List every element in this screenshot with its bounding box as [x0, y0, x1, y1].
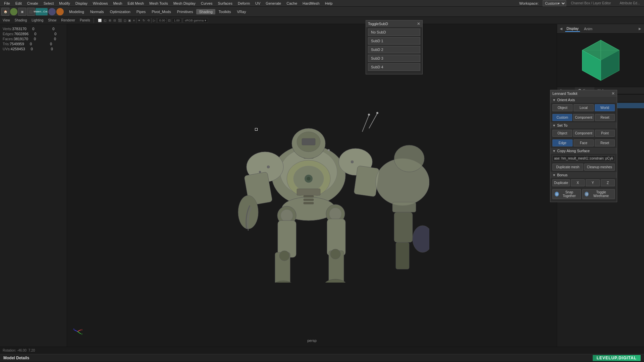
menu-mesh-display[interactable]: Mesh Display [171, 0, 198, 7]
vt-panels[interactable]: Panels [78, 18, 92, 22]
vt-icon3[interactable]: ⊞ [108, 18, 112, 22]
cb-tab-display[interactable]: Display [565, 26, 580, 32]
menu-edit[interactable]: Edit [13, 0, 24, 7]
viewport-content[interactable] [67, 24, 557, 347]
subd-4-btn[interactable]: SubD 4 [368, 63, 420, 71]
svg-line-49 [77, 331, 81, 334]
shelf-tab-normals[interactable]: Normals [88, 9, 107, 14]
svg-point-30 [376, 112, 378, 114]
bonus-x-btn[interactable]: X [571, 179, 585, 186]
vt-icon6[interactable]: ◻ [123, 18, 127, 22]
menu-mesh[interactable]: Mesh [110, 0, 125, 7]
shelf-tab-pivotmods[interactable]: Pivot_Mods [149, 9, 173, 14]
vt-icon4[interactable]: ⊟ [113, 18, 117, 22]
material-icon[interactable]: Materi...Col... [36, 8, 48, 15]
setto-component-btn[interactable]: Component [573, 130, 594, 137]
vt-icon8[interactable]: ≡ [132, 18, 136, 22]
lennard-header[interactable]: Lennard Toolkit ✕ [550, 90, 617, 97]
setto-object-btn[interactable]: Object [552, 130, 572, 137]
setto-face-btn[interactable]: Face [574, 139, 594, 146]
copy-along-header[interactable]: ▼ Copy Along Surface [550, 148, 617, 154]
orient-object-btn[interactable]: Object [552, 104, 573, 111]
viewport[interactable]: persp X Y Z [67, 24, 557, 347]
menu-uv[interactable]: UV [253, 0, 263, 7]
lennard-panel: Lennard Toolkit ✕ ▼ Orient Axis Object L… [550, 90, 617, 202]
menu-windows[interactable]: Windows [90, 0, 111, 7]
icon-a[interactable]: ▣ [18, 8, 26, 16]
vt-icon12[interactable]: ▷ [152, 18, 156, 22]
vt-icon1[interactable]: ⬜ [97, 18, 102, 22]
toggle-wireframe-btn[interactable]: ⊡ Toggle Wireframe [582, 189, 615, 199]
shelf-tab-optimization[interactable]: Optimization [107, 9, 133, 14]
shelf-tab-vray[interactable]: VRay [234, 9, 249, 14]
menu-mesh-tools[interactable]: Mesh Tools [147, 0, 170, 7]
vt-icon11[interactable]: ⟲ [147, 18, 151, 22]
vt-show[interactable]: Show [47, 18, 58, 22]
toggle-subd-header[interactable]: ToggleSubD ✕ [366, 20, 422, 27]
duplicate-mesh-btn[interactable]: Duplicate mesh [552, 164, 583, 171]
vt-lighting[interactable]: Lighting [30, 18, 45, 22]
subd-3-btn[interactable]: SubD 3 [368, 55, 420, 62]
setto-point-btn[interactable]: Point [595, 130, 615, 137]
vt-renderer[interactable]: Renderer [60, 18, 76, 22]
vt-icon10[interactable]: ↻ [142, 18, 146, 22]
bonus-header[interactable]: ▼ Bonus [550, 172, 617, 178]
menu-create[interactable]: Create [24, 0, 41, 7]
workspace-select[interactable]: Custom▾ [543, 0, 566, 6]
snap-together-btn[interactable]: ⊙ Snap Together [552, 189, 581, 199]
menu-file[interactable]: File [1, 0, 13, 7]
status-rotation: Rotation: -46.00 7.20 [3, 349, 35, 352]
icon-e[interactable] [56, 8, 64, 15]
lennard-close[interactable]: ✕ [611, 91, 615, 96]
menu-modify[interactable]: Modify [56, 0, 72, 7]
vt-icon5[interactable]: ⬛ [117, 18, 122, 22]
cleanup-meshes-btn[interactable]: Cleanup meshes [584, 164, 615, 171]
setto-reset-btn[interactable]: Reset [595, 139, 615, 146]
bonus-duplicate-btn[interactable]: Duplicate [552, 179, 570, 186]
orient-component-btn[interactable]: Component [573, 114, 594, 121]
copy-input[interactable] [552, 156, 615, 161]
menu-select[interactable]: Select [41, 0, 57, 7]
lighting-icon[interactable] [10, 8, 17, 15]
orient-custom-btn[interactable]: Custom [552, 114, 572, 121]
orient-reset-btn[interactable]: Reset [595, 114, 615, 121]
shelf-tab-toolkits[interactable]: Toolkits [216, 9, 234, 14]
vt-icon13[interactable]: ⊡ [167, 18, 171, 22]
orient-world-btn[interactable]: World [595, 104, 615, 111]
vt-icon2[interactable]: ◱ [103, 18, 107, 22]
menu-curves[interactable]: Curves [198, 0, 215, 7]
svg-rect-46 [304, 199, 314, 201]
set-to-header[interactable]: ▼ Set To [550, 122, 617, 128]
shelf-tab-shading[interactable]: Shading [196, 9, 215, 14]
vt-view[interactable]: View [1, 18, 11, 22]
home-icon[interactable]: 🏠 [1, 8, 9, 16]
menu-deform[interactable]: Deform [235, 0, 253, 7]
bonus-z-btn[interactable]: Z [601, 179, 615, 186]
cb-tab-anim[interactable]: Anim [583, 26, 594, 32]
orient-axis-header[interactable]: ▼ Orient Axis [550, 97, 617, 103]
icon-d[interactable] [48, 8, 56, 15]
stat-faces-0: 0 [34, 37, 54, 41]
toggle-wireframe-label: Toggle Wireframe [590, 190, 612, 198]
vt-colorspace[interactable]: sRGB gamma ▾ [183, 18, 208, 23]
menu-help[interactable]: Help [322, 0, 335, 7]
menu-cache[interactable]: Cache [284, 0, 300, 7]
shelf-tab-modeling[interactable]: Modeling [66, 9, 87, 14]
orient-local-btn[interactable]: Local [574, 104, 594, 111]
menu-hardmesh[interactable]: HardMesh [300, 0, 322, 7]
shelf-tab-pipes[interactable]: Pipes [134, 9, 149, 14]
setto-edge-btn[interactable]: Edge [552, 139, 573, 146]
subd-1-btn[interactable]: SubD 1 [368, 37, 420, 45]
menu-edit-mesh[interactable]: Edit Mesh [125, 0, 147, 7]
bonus-y-btn[interactable]: Y [586, 179, 600, 186]
vt-icon9[interactable]: ✦ [137, 18, 141, 22]
menu-display[interactable]: Display [73, 0, 90, 7]
menu-surfaces[interactable]: Surfaces [215, 0, 235, 7]
menu-generate[interactable]: Generate [263, 0, 284, 7]
subd-2-btn[interactable]: SubD 2 [368, 46, 420, 53]
subd-none-btn[interactable]: No SubD [368, 28, 420, 36]
toggle-subd-close[interactable]: ✕ [417, 21, 420, 26]
shelf-tab-primitives[interactable]: Primitives [174, 9, 196, 14]
vt-shading[interactable]: Shading [13, 18, 29, 22]
vt-icon7[interactable]: ▣ [127, 18, 132, 22]
